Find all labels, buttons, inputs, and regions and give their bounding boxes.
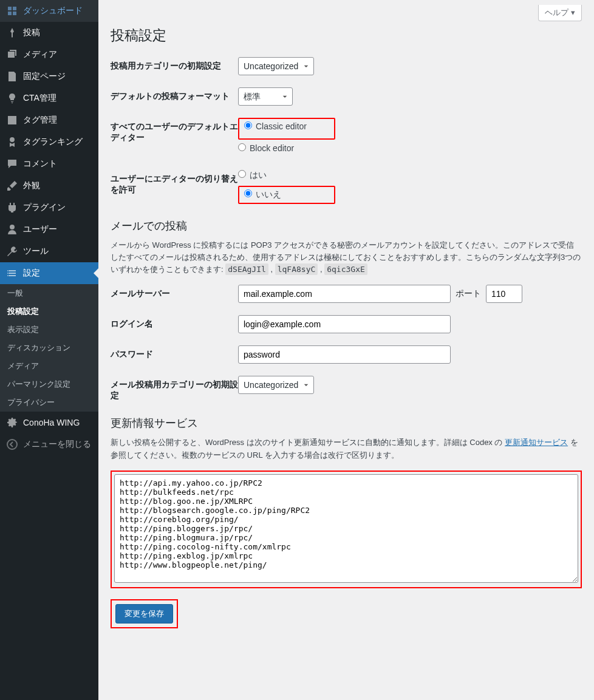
input-mail-server[interactable] — [238, 285, 451, 303]
sidebar-item-comments[interactable]: コメント — [0, 153, 98, 175]
pin-icon — [6, 27, 18, 39]
select-mail-category[interactable]: Uncategorized — [238, 376, 314, 394]
comment-icon — [6, 158, 18, 170]
input-login[interactable] — [238, 315, 451, 333]
radio-block-editor[interactable]: Block editor — [238, 143, 582, 153]
plugin-icon — [6, 202, 18, 214]
sub-permalink[interactable]: パーマリンク設定 — [0, 375, 98, 393]
page-title: 投稿設定 — [111, 26, 582, 45]
sidebar-item-appearance[interactable]: 外観 — [0, 175, 98, 197]
sub-discussion[interactable]: ディスカッション — [0, 339, 98, 357]
label-login: ログイン名 — [111, 315, 238, 330]
select-default-format[interactable]: 標準 — [238, 87, 293, 106]
radio-switch-no[interactable]: いいえ — [244, 189, 329, 200]
sidebar-item-label: 外観 — [23, 180, 40, 191]
help-button[interactable]: ヘルプ ▾ — [538, 5, 582, 21]
sidebar-item-label: メニューを閉じる — [23, 439, 91, 450]
page-icon — [6, 70, 18, 83]
sidebar-item-settings[interactable]: 設定 — [0, 262, 98, 284]
sub-media[interactable]: メディア — [0, 357, 98, 375]
radio-switch-yes[interactable]: はい — [238, 170, 582, 181]
sidebar-item-label: タグ管理 — [23, 115, 57, 126]
label-mail-category: メール投稿用カテゴリーの初期設定 — [111, 376, 238, 401]
sub-reading[interactable]: 表示設定 — [0, 321, 98, 339]
sidebar-item-collapse[interactable]: メニューを閉じる — [0, 433, 98, 455]
sub-privacy[interactable]: プライバシー — [0, 393, 98, 412]
sidebar-item-label: メディア — [23, 49, 57, 60]
label-default-category: 投稿用カテゴリーの初期設定 — [111, 57, 238, 72]
label-default-format: デフォルトの投稿フォーマット — [111, 87, 238, 102]
save-button[interactable]: 変更を保存 — [115, 604, 173, 624]
user-icon — [6, 223, 18, 236]
brush-icon — [6, 180, 18, 192]
sidebar-item-label: ツール — [23, 246, 49, 257]
sidebar-item-label: ConoHa WING — [23, 418, 80, 427]
sub-writing[interactable]: 投稿設定 — [0, 302, 98, 321]
sidebar-item-label: 設定 — [23, 268, 40, 279]
sidebar-item-label: タグランキング — [23, 137, 83, 148]
media-icon — [6, 49, 18, 61]
sidebar-item-users[interactable]: ユーザー — [0, 219, 98, 240]
dashboard-icon — [6, 5, 18, 17]
sidebar-item-cta[interactable]: CTA管理 — [0, 87, 98, 109]
label-default-editor: すべてのユーザーのデフォルトエディター — [111, 118, 238, 143]
label-port: ポート — [456, 288, 481, 299]
sidebar-item-label: 投稿 — [23, 27, 40, 38]
update-description: 新しい投稿を公開すると、WordPress は次のサイト更新通知サービスに自動的… — [111, 437, 582, 461]
section-update-title: 更新情報サービス — [111, 416, 582, 430]
link-update-services[interactable]: 更新通知サービス — [505, 438, 568, 447]
sidebar-item-tools[interactable]: ツール — [0, 240, 98, 262]
sidebar-item-label: ダッシュボード — [23, 5, 83, 16]
sidebar-item-label: プラグイン — [23, 202, 66, 213]
tool-icon — [6, 245, 18, 257]
sidebar-item-dashboard[interactable]: ダッシュボード — [0, 0, 98, 22]
sidebar-submenu: 一般 投稿設定 表示設定 ディスカッション メディア パーマリンク設定 プライバ… — [0, 284, 98, 412]
sidebar-item-tag-ranking[interactable]: タグランキング — [0, 131, 98, 153]
sidebar-item-media[interactable]: メディア — [0, 44, 98, 66]
sidebar-item-conoha[interactable]: ConoHa WING — [0, 412, 98, 433]
section-mail-title: メールでの投稿 — [111, 219, 582, 233]
main-content: ヘルプ ▾ 投稿設定 投稿用カテゴリーの初期設定 Uncategorized デ… — [98, 0, 594, 700]
label-password: パスワード — [111, 345, 238, 360]
sidebar-item-plugins[interactable]: プラグイン — [0, 197, 98, 219]
textarea-ping-urls[interactable] — [114, 474, 578, 583]
label-allow-switch: ユーザーにエディターの切り替えを許可 — [111, 170, 238, 195]
sub-general[interactable]: 一般 — [0, 284, 98, 302]
mail-description: メールから WordPress に投稿するには POP3 アクセスができる秘密の… — [111, 239, 582, 276]
radio-classic-editor[interactable]: Classic editor — [244, 121, 329, 131]
svg-point-0 — [7, 440, 17, 449]
select-default-category[interactable]: Uncategorized — [238, 57, 314, 75]
sidebar-item-pages[interactable]: 固定ページ — [0, 66, 98, 87]
gear-icon — [6, 416, 18, 429]
sidebar-item-label: コメント — [23, 158, 57, 169]
input-port[interactable] — [486, 285, 522, 303]
label-mail-server: メールサーバー — [111, 285, 238, 299]
sidebar-item-posts[interactable]: 投稿 — [0, 22, 98, 44]
admin-sidebar: ダッシュボード 投稿 メディア 固定ページ CTA管理 タグ管理 タグランキング… — [0, 0, 98, 700]
input-password[interactable] — [238, 345, 451, 364]
sidebar-item-label: 固定ページ — [23, 71, 66, 82]
settings-icon — [6, 267, 18, 279]
collapse-icon — [6, 438, 18, 450]
tag-icon — [6, 114, 18, 126]
bulb-icon — [6, 92, 18, 104]
sidebar-item-label: CTA管理 — [23, 93, 56, 104]
sidebar-item-label: ユーザー — [23, 224, 57, 235]
award-icon — [6, 136, 18, 148]
sidebar-item-tags[interactable]: タグ管理 — [0, 109, 98, 131]
